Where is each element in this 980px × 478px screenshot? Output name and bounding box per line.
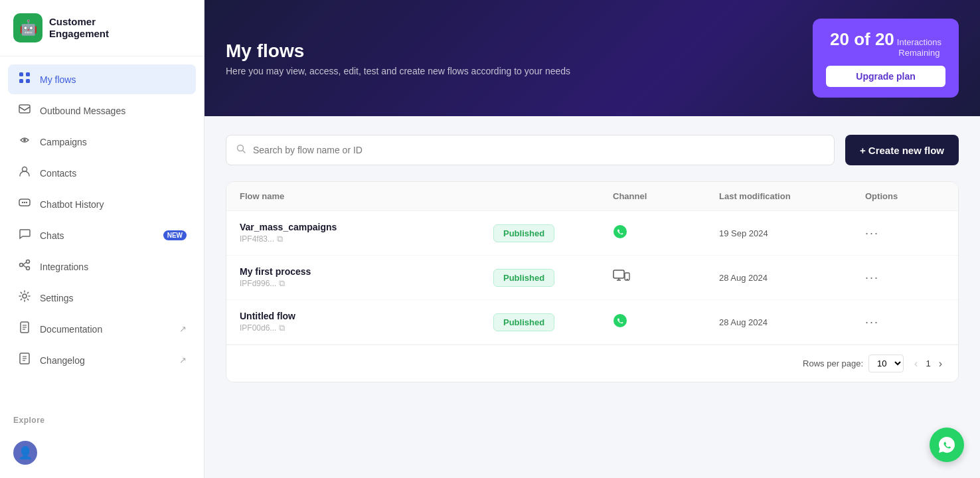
flow-id: IPFd996... ⧉ [240, 278, 493, 289]
contacts-icon [17, 165, 32, 181]
integrations-icon [17, 258, 32, 275]
prev-page-button[interactable]: ‹ [912, 355, 920, 372]
status-badge: Published [493, 224, 554, 242]
whatsapp-icon [613, 227, 627, 242]
sidebar-item-label: Contacts [40, 168, 76, 179]
col-flow-name: Flow name [240, 191, 493, 201]
svg-point-9 [24, 202, 25, 203]
svg-line-26 [243, 151, 246, 153]
flows-icon [17, 71, 32, 88]
current-page: 1 [926, 358, 930, 368]
table-row: Var_mass_campaigns IPF4f83... ⧉ Publishe… [226, 211, 958, 256]
svg-point-11 [20, 264, 23, 267]
col-status [493, 191, 613, 201]
external-link-icon: ↗ [179, 324, 187, 334]
rows-per-page: Rows per page: 10 20 50 [803, 355, 904, 372]
row1-name-cell: Var_mass_campaigns IPF4f83... ⧉ [240, 222, 493, 244]
desktop-mobile-icon [613, 271, 630, 285]
sidebar-item-chatbot-history[interactable]: Chatbot History [8, 189, 196, 219]
flow-id: IPF4f83... ⧉ [240, 234, 493, 244]
external-link-icon2: ↗ [179, 355, 187, 365]
rows-per-page-select[interactable]: 10 20 50 [868, 355, 904, 372]
col-channel: Channel [613, 191, 719, 201]
page-subtitle: Here you may view, access, edit, test an… [226, 66, 570, 76]
sidebar-item-label: Chatbot History [40, 199, 104, 210]
copy-icon[interactable]: ⧉ [279, 278, 285, 289]
row1-options: ··· [865, 226, 945, 240]
svg-point-10 [26, 202, 27, 203]
logo-text: CustomerEngagement [49, 16, 109, 40]
sidebar-item-label: Changelog [40, 355, 85, 366]
search-input[interactable] [253, 145, 825, 155]
main-content: My flows Here you may view, access, edit… [204, 0, 980, 478]
sidebar-item-label: Outbound Messages [40, 106, 125, 116]
svg-rect-4 [19, 105, 30, 113]
sidebar-item-outbound-messages[interactable]: Outbound Messages [8, 96, 196, 125]
status-badge: Published [493, 269, 554, 287]
campaigns-icon [17, 133, 32, 150]
content-area: + Create new flow Flow name Channel Last… [204, 116, 980, 478]
options-button[interactable]: ··· [865, 226, 879, 240]
row2-name-cell: My first process IPFd996... ⧉ [240, 266, 493, 289]
interactions-number: 20 of 20 [830, 29, 894, 50]
copy-icon[interactable]: ⧉ [277, 234, 283, 244]
sidebar-item-campaigns[interactable]: Campaigns [8, 127, 196, 157]
row3-status-cell: Published [493, 313, 613, 331]
header-text: My flows Here you may view, access, edit… [226, 40, 570, 76]
row2-date: 28 Aug 2024 [719, 273, 865, 283]
sidebar-item-my-flows[interactable]: My flows [8, 64, 196, 94]
row3-channel-cell [613, 313, 719, 331]
header-banner: My flows Here you may view, access, edit… [204, 0, 980, 116]
svg-line-14 [23, 262, 27, 265]
next-page-button[interactable]: › [936, 355, 945, 372]
svg-point-33 [613, 314, 627, 327]
sidebar-item-documentation[interactable]: Documentation ↗ [8, 314, 196, 344]
sidebar-item-label: Integrations [40, 262, 88, 272]
row2-options: ··· [865, 271, 945, 285]
create-flow-button[interactable]: + Create new flow [845, 135, 959, 165]
flows-table: Flow name Channel Last modification Opti… [226, 181, 959, 382]
sidebar: 🤖 CustomerEngagement My flows Outbound M… [0, 0, 204, 478]
upgrade-button[interactable]: Upgrade plan [826, 66, 945, 87]
rows-per-page-label: Rows per page: [803, 358, 863, 368]
svg-rect-28 [613, 270, 624, 278]
whatsapp-icon2 [613, 316, 627, 331]
logo-icon: 🤖 [13, 13, 42, 42]
sidebar-item-contacts[interactable]: Contacts [8, 158, 196, 188]
row3-date: 28 Aug 2024 [719, 317, 865, 327]
sidebar-item-chats[interactable]: Chats NEW [8, 220, 196, 250]
status-badge: Published [493, 313, 554, 331]
whatsapp-fab[interactable] [930, 428, 964, 462]
row2-channel-cell [613, 270, 719, 286]
options-button[interactable]: ··· [865, 271, 879, 285]
copy-icon[interactable]: ⧉ [279, 323, 285, 333]
sidebar-item-changelog[interactable]: Changelog ↗ [8, 345, 196, 375]
sidebar-nav: My flows Outbound Messages Campaigns Con… [0, 56, 204, 410]
outbound-icon [17, 102, 32, 119]
svg-point-8 [22, 202, 23, 203]
row3-name-cell: Untitled flow IPF00d6... ⧉ [240, 311, 493, 333]
sidebar-item-integrations[interactable]: Integrations [8, 252, 196, 281]
col-options: Options [865, 191, 945, 201]
sidebar-logo: 🤖 CustomerEngagement [0, 0, 204, 56]
page-controls: ‹ 1 › [912, 355, 945, 372]
table-header: Flow name Channel Last modification Opti… [226, 182, 958, 211]
interactions-count: 20 of 20 InteractionsRemaining [826, 29, 945, 58]
svg-point-27 [613, 225, 627, 238]
chats-icon [17, 227, 32, 244]
svg-point-16 [23, 294, 27, 298]
pagination: Rows per page: 10 20 50 ‹ 1 › [226, 345, 958, 382]
svg-point-13 [27, 267, 30, 270]
settings-icon [17, 289, 32, 306]
documentation-icon [17, 321, 32, 337]
upgrade-card: 20 of 20 InteractionsRemaining Upgrade p… [813, 19, 959, 98]
avatar[interactable]: 👤 [13, 441, 37, 465]
table-row: Untitled flow IPF00d6... ⧉ Published 28 … [226, 300, 958, 345]
options-button[interactable]: ··· [865, 315, 879, 329]
interactions-label: InteractionsRemaining [897, 37, 941, 58]
svg-line-15 [23, 265, 27, 268]
col-modification: Last modification [719, 191, 865, 201]
sidebar-item-settings[interactable]: Settings [8, 283, 196, 313]
search-box [226, 135, 835, 165]
flow-name: Untitled flow [240, 311, 493, 321]
